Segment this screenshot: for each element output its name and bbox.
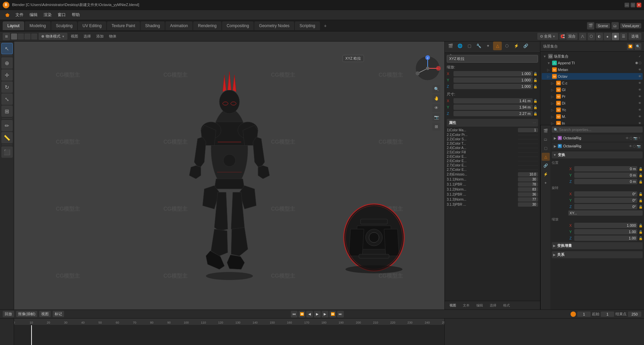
viewlayer-name[interactable]: ViewLayer [620, 23, 641, 28]
adjust-btn[interactable]: ⊞ [432, 123, 440, 131]
prop-icon-material[interactable]: ⬡ [502, 42, 511, 50]
attr-val-11[interactable]: 30 [518, 177, 538, 182]
next-frame-btn[interactable]: ⏩ [329, 311, 336, 318]
item-eye-7[interactable]: 👁 [638, 115, 641, 118]
attr-val-13[interactable]: 83 [518, 187, 538, 192]
item-eye-1[interactable]: 👁 [638, 75, 641, 78]
mode-selector[interactable]: ⊕ 物体模式 ▼ [39, 33, 67, 40]
ri-particles[interactable]: ✦ [542, 179, 550, 187]
tl-view-menu[interactable]: 视图 [39, 311, 51, 317]
size-z-lock[interactable]: 🔓 [533, 112, 538, 116]
pos-y-lock[interactable]: 🔓 [639, 174, 643, 177]
prop-icon-physics[interactable]: ⚡ [512, 42, 521, 50]
tab-geometry-nodes[interactable]: Geometry Nodes [254, 21, 294, 30]
rot-z-val[interactable]: 0° [574, 204, 637, 209]
zoom-in-btn[interactable]: 🔍 [432, 85, 440, 93]
options-btn[interactable]: 选项 [629, 33, 641, 40]
outliner-item-5[interactable]: ▷MDi👁 [542, 100, 643, 107]
rig-ren-1[interactable]: 📷 [633, 136, 637, 140]
ri-data[interactable]: △ [542, 153, 550, 161]
scl-x-val[interactable]: 1.000 [574, 223, 637, 228]
transform-extras-header[interactable]: ▶ 变换增量 [552, 242, 643, 249]
tab-uv-editing[interactable]: UV Editing [78, 21, 106, 30]
markers-menu[interactable]: 标记 [53, 311, 64, 317]
attr-val-8[interactable] [518, 165, 538, 166]
add-workspace-button[interactable]: + [321, 21, 330, 30]
rig-sel-1[interactable]: ⬡ [630, 136, 633, 140]
scale-y-value[interactable]: 1.000 [453, 77, 533, 83]
item-eye-6[interactable]: 👁 [638, 108, 641, 112]
ri-object[interactable]: ▢ [542, 144, 550, 152]
outliner-item-1[interactable]: ▷MOctav👁 [542, 73, 643, 80]
zoom-out-btn[interactable]: 🤚 [432, 94, 440, 102]
tab-scripting[interactable]: Scripting [295, 21, 320, 30]
rot-z-lock[interactable]: 🔓 [639, 205, 643, 209]
scale-x-value[interactable]: 1.000 [453, 71, 533, 76]
tab-shading[interactable]: Shading [141, 21, 165, 30]
attr-val-5[interactable] [518, 152, 538, 153]
navigation-gizmo[interactable]: Z [414, 55, 441, 82]
keying-menu[interactable]: 抠像(插帧) [16, 311, 37, 317]
append-render-dot[interactable] [639, 62, 641, 64]
scene-selector-icon[interactable]: 🎬 [587, 22, 594, 29]
outliner-item-3[interactable]: ▷MGl👁 [542, 86, 643, 93]
scl-y-val[interactable]: 1.00 [574, 229, 637, 234]
pos-z-lock[interactable]: 🔓 [639, 180, 643, 184]
scale-y-lock[interactable]: 🔓 [533, 78, 538, 82]
rig-sel-2[interactable]: ⬡ [633, 144, 636, 148]
shade-mat-btn[interactable] [24, 33, 31, 40]
tool-measure[interactable]: 📏 [1, 132, 13, 143]
scale-z-value[interactable]: 1.000 [453, 84, 533, 89]
pos-y-val[interactable]: 0 m [574, 172, 637, 178]
tab-sculpting[interactable]: Sculpting [51, 21, 77, 30]
prop-icon-modifier[interactable]: 🔧 [474, 42, 483, 50]
select-menu[interactable]: 选择 [82, 33, 93, 40]
item-eye-3[interactable]: 👁 [638, 88, 641, 91]
rot-y-val[interactable]: 0° [574, 198, 637, 203]
ri-constraint[interactable]: 🔗 [542, 161, 550, 169]
menu-blender[interactable]: ⬟ [3, 11, 12, 19]
view-shade-3[interactable]: ● [604, 33, 611, 40]
tool-cursor[interactable]: ⊕ [1, 57, 13, 69]
scene-vis-check[interactable]: ✓ [638, 55, 641, 58]
window-controls[interactable]: — □ ✕ [625, 3, 641, 7]
size-x-value[interactable]: 1.41 m [453, 98, 533, 104]
play-btn[interactable]: ▶ [314, 311, 321, 318]
jump-start-btn[interactable]: ⏮ [291, 311, 298, 318]
global-selector[interactable]: ⊙全局▼ [537, 33, 558, 40]
attributes-header[interactable]: 属性 ⋯ [447, 119, 538, 127]
size-x-lock[interactable]: 🔓 [533, 99, 538, 103]
br-tab-view[interactable]: 视图 [447, 302, 459, 308]
pos-x-lock[interactable]: 🔓 [639, 167, 643, 171]
view-shade-5[interactable]: ☰ [620, 33, 627, 40]
outliner-item-4[interactable]: ▷MPr👁 [542, 93, 643, 100]
shade-solid-btn[interactable] [11, 33, 17, 40]
relations-header[interactable]: ▶ 关系 [552, 251, 643, 258]
br-tab-text[interactable]: 文本 [460, 302, 472, 308]
view-dropdown[interactable]: XYZ 欧拉 [342, 55, 364, 62]
ri-scene[interactable]: 🎬 [542, 127, 550, 135]
current-frame-input[interactable]: 1 [577, 312, 591, 317]
br-tab-select[interactable]: 选择 [487, 302, 499, 308]
viewlayer-icon[interactable]: 🗂 [611, 22, 619, 29]
pos-x-val[interactable]: 0 m [574, 166, 637, 171]
attr-val-12[interactable]: 78 [518, 182, 538, 187]
tool-add-cube[interactable]: ⬛ [1, 146, 13, 158]
ri-physics[interactable]: ⚡ [542, 170, 550, 178]
tool-annotate[interactable]: ✏ [1, 120, 13, 131]
rot-x-lock[interactable]: 🔓 [639, 192, 643, 196]
object-menu[interactable]: 物体 [107, 33, 118, 40]
prop-icon-particles[interactable]: ✦ [484, 42, 492, 50]
attr-val-7[interactable] [518, 161, 538, 161]
shade-render-btn[interactable] [31, 33, 37, 40]
close-button[interactable]: ✕ [637, 3, 641, 7]
outliner-item-6[interactable]: ▷MYc👁 [542, 107, 643, 113]
pan-btn[interactable]: 👁 [432, 104, 440, 112]
jump-end-btn[interactable]: ⏭ [337, 311, 344, 318]
tab-animation[interactable]: Animation [165, 21, 193, 30]
rig-ren-2[interactable]: 📷 [637, 144, 641, 148]
outliner-item-7[interactable]: ▷MM.👁 [542, 113, 643, 120]
search-input[interactable] [559, 128, 641, 132]
scale-x-lock[interactable]: 🔓 [533, 72, 538, 76]
transform-section-header[interactable]: ▼ 变换 [552, 151, 643, 158]
